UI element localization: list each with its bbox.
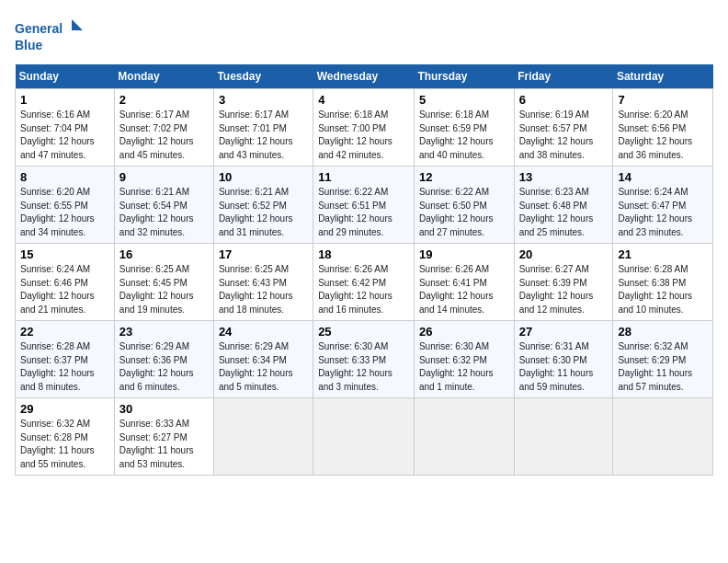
calendar-day: 5 Sunrise: 6:18 AM Sunset: 6:59 PM Dayli… [414,89,514,167]
day-info: Sunrise: 6:19 AM Sunset: 6:57 PM Dayligh… [519,109,609,162]
day-info: Sunrise: 6:26 AM Sunset: 6:42 PM Dayligh… [318,263,409,316]
calendar-table: SundayMondayTuesdayWednesdayThursdayFrid… [15,64,713,476]
day-info: Sunrise: 6:18 AM Sunset: 7:00 PM Dayligh… [318,109,409,162]
day-number: 22 [20,325,109,339]
calendar-day: 30 Sunrise: 6:33 AM Sunset: 6:27 PM Dayl… [114,398,213,476]
calendar-day: 28 Sunrise: 6:32 AM Sunset: 6:29 PM Dayl… [613,321,713,398]
day-number: 26 [419,325,509,339]
calendar-day [213,398,313,476]
day-number: 29 [20,402,109,416]
calendar-day: 17 Sunrise: 6:25 AM Sunset: 6:43 PM Dayl… [213,244,313,321]
calendar-day: 24 Sunrise: 6:29 AM Sunset: 6:34 PM Dayl… [213,321,313,398]
day-number: 5 [419,93,509,107]
day-number: 30 [119,402,209,416]
day-number: 25 [318,325,409,339]
day-info: Sunrise: 6:24 AM Sunset: 6:47 PM Dayligh… [618,186,708,239]
logo-svg: General Blue [15,15,88,55]
calendar-week-1: 1 Sunrise: 6:16 AM Sunset: 7:04 PM Dayli… [16,89,713,167]
calendar-day: 7 Sunrise: 6:20 AM Sunset: 6:56 PM Dayli… [613,89,713,167]
calendar-day: 26 Sunrise: 6:30 AM Sunset: 6:32 PM Dayl… [414,321,514,398]
day-info: Sunrise: 6:26 AM Sunset: 6:41 PM Dayligh… [419,263,509,316]
day-number: 20 [519,247,609,261]
day-info: Sunrise: 6:20 AM Sunset: 6:56 PM Dayligh… [618,109,708,162]
day-number: 27 [519,325,609,339]
calendar-day: 25 Sunrise: 6:30 AM Sunset: 6:33 PM Dayl… [313,321,415,398]
day-number: 9 [119,170,209,184]
day-info: Sunrise: 6:25 AM Sunset: 6:45 PM Dayligh… [119,263,209,316]
calendar-day: 6 Sunrise: 6:19 AM Sunset: 6:57 PM Dayli… [514,89,613,167]
calendar-day: 16 Sunrise: 6:25 AM Sunset: 6:45 PM Dayl… [114,244,213,321]
calendar-day [313,398,415,476]
day-of-week-header: SundayMondayTuesdayWednesdayThursdayFrid… [16,64,713,89]
day-number: 2 [119,93,209,107]
day-info: Sunrise: 6:30 AM Sunset: 6:32 PM Dayligh… [419,340,509,394]
svg-marker-2 [72,19,83,30]
day-number: 24 [219,325,308,339]
day-info: Sunrise: 6:17 AM Sunset: 7:02 PM Dayligh… [119,109,209,162]
day-info: Sunrise: 6:21 AM Sunset: 6:52 PM Dayligh… [219,186,308,239]
day-info: Sunrise: 6:28 AM Sunset: 6:38 PM Dayligh… [618,263,708,316]
day-number: 7 [618,93,708,107]
day-number: 10 [219,170,308,184]
day-number: 4 [318,93,409,107]
svg-text:General: General [15,21,63,36]
calendar-day: 2 Sunrise: 6:17 AM Sunset: 7:02 PM Dayli… [114,89,213,167]
calendar-day: 3 Sunrise: 6:17 AM Sunset: 7:01 PM Dayli… [213,89,313,167]
day-number: 23 [119,325,209,339]
dow-sunday: Sunday [16,64,115,89]
calendar-day: 22 Sunrise: 6:28 AM Sunset: 6:37 PM Dayl… [16,321,115,398]
day-info: Sunrise: 6:33 AM Sunset: 6:27 PM Dayligh… [119,418,209,471]
calendar-day: 4 Sunrise: 6:18 AM Sunset: 7:00 PM Dayli… [313,89,415,167]
dow-friday: Friday [514,64,613,89]
dow-wednesday: Wednesday [313,64,415,89]
day-info: Sunrise: 6:20 AM Sunset: 6:55 PM Dayligh… [20,186,109,239]
day-info: Sunrise: 6:23 AM Sunset: 6:48 PM Dayligh… [519,186,609,239]
day-info: Sunrise: 6:30 AM Sunset: 6:33 PM Dayligh… [318,340,409,394]
day-info: Sunrise: 6:18 AM Sunset: 6:59 PM Dayligh… [419,109,509,162]
calendar-day: 21 Sunrise: 6:28 AM Sunset: 6:38 PM Dayl… [613,244,713,321]
calendar-day: 14 Sunrise: 6:24 AM Sunset: 6:47 PM Dayl… [613,167,713,244]
calendar-day: 15 Sunrise: 6:24 AM Sunset: 6:46 PM Dayl… [16,244,115,321]
day-number: 15 [20,247,109,261]
day-info: Sunrise: 6:17 AM Sunset: 7:01 PM Dayligh… [219,109,308,162]
calendar-day: 8 Sunrise: 6:20 AM Sunset: 6:55 PM Dayli… [16,167,115,244]
calendar-day: 29 Sunrise: 6:32 AM Sunset: 6:28 PM Dayl… [16,398,115,476]
logo: General Blue [15,15,88,55]
day-number: 11 [318,170,409,184]
dow-monday: Monday [114,64,213,89]
dow-thursday: Thursday [414,64,514,89]
calendar-day: 27 Sunrise: 6:31 AM Sunset: 6:30 PM Dayl… [514,321,613,398]
day-info: Sunrise: 6:21 AM Sunset: 6:54 PM Dayligh… [119,186,209,239]
calendar-day: 9 Sunrise: 6:21 AM Sunset: 6:54 PM Dayli… [114,167,213,244]
day-info: Sunrise: 6:28 AM Sunset: 6:37 PM Dayligh… [20,340,109,394]
calendar-day: 18 Sunrise: 6:26 AM Sunset: 6:42 PM Dayl… [313,244,415,321]
day-info: Sunrise: 6:25 AM Sunset: 6:43 PM Dayligh… [219,263,308,316]
day-info: Sunrise: 6:32 AM Sunset: 6:29 PM Dayligh… [618,340,708,394]
day-number: 18 [318,247,409,261]
dow-tuesday: Tuesday [213,64,313,89]
day-number: 28 [618,325,708,339]
calendar-day: 1 Sunrise: 6:16 AM Sunset: 7:04 PM Dayli… [16,89,115,167]
day-info: Sunrise: 6:32 AM Sunset: 6:28 PM Dayligh… [20,418,109,471]
day-number: 1 [20,93,109,107]
day-number: 21 [618,247,708,261]
calendar-week-5: 29 Sunrise: 6:32 AM Sunset: 6:28 PM Dayl… [16,398,713,476]
day-info: Sunrise: 6:24 AM Sunset: 6:46 PM Dayligh… [20,263,109,316]
calendar-day: 23 Sunrise: 6:29 AM Sunset: 6:36 PM Dayl… [114,321,213,398]
day-info: Sunrise: 6:29 AM Sunset: 6:34 PM Dayligh… [219,340,308,394]
calendar-day: 20 Sunrise: 6:27 AM Sunset: 6:39 PM Dayl… [514,244,613,321]
day-number: 17 [219,247,308,261]
calendar-week-2: 8 Sunrise: 6:20 AM Sunset: 6:55 PM Dayli… [16,167,713,244]
calendar-day [414,398,514,476]
day-info: Sunrise: 6:16 AM Sunset: 7:04 PM Dayligh… [20,109,109,162]
calendar-week-3: 15 Sunrise: 6:24 AM Sunset: 6:46 PM Dayl… [16,244,713,321]
calendar-day: 11 Sunrise: 6:22 AM Sunset: 6:51 PM Dayl… [313,167,415,244]
day-info: Sunrise: 6:27 AM Sunset: 6:39 PM Dayligh… [519,263,609,316]
day-info: Sunrise: 6:22 AM Sunset: 6:50 PM Dayligh… [419,186,509,239]
day-info: Sunrise: 6:29 AM Sunset: 6:36 PM Dayligh… [119,340,209,394]
calendar-week-4: 22 Sunrise: 6:28 AM Sunset: 6:37 PM Dayl… [16,321,713,398]
calendar-day [514,398,613,476]
page-header: General Blue [15,15,713,55]
day-number: 14 [618,170,708,184]
calendar-day: 19 Sunrise: 6:26 AM Sunset: 6:41 PM Dayl… [414,244,514,321]
